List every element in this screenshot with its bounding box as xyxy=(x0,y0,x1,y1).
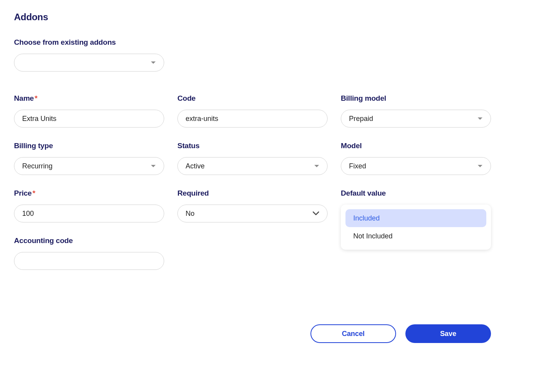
code-input[interactable] xyxy=(177,110,328,128)
default-value-label: Default value xyxy=(341,189,491,198)
required-value: No xyxy=(186,210,312,218)
billing-type-select[interactable]: Recurring xyxy=(14,157,164,175)
model-label: Model xyxy=(341,142,491,150)
existing-addons-label: Choose from existing addons xyxy=(14,38,533,47)
save-button[interactable]: Save xyxy=(405,324,491,343)
billing-type-label: Billing type xyxy=(14,142,164,150)
required-star-icon: * xyxy=(32,189,35,197)
chevron-down-icon xyxy=(314,164,319,168)
billing-model-select[interactable]: Prepaid xyxy=(341,110,491,128)
model-select[interactable]: Fixed xyxy=(341,157,491,175)
default-value-option-included[interactable]: Included xyxy=(345,209,486,227)
billing-model-value: Prepaid xyxy=(349,115,477,123)
chevron-down-icon xyxy=(312,211,319,216)
required-label: Required xyxy=(177,189,328,198)
name-input[interactable] xyxy=(14,110,164,128)
status-select[interactable]: Active xyxy=(177,157,328,175)
status-label: Status xyxy=(177,142,328,150)
status-value: Active xyxy=(186,162,314,170)
cancel-button[interactable]: Cancel xyxy=(310,324,396,343)
accounting-code-input[interactable] xyxy=(14,252,164,270)
chevron-down-icon xyxy=(477,117,483,121)
billing-model-label: Billing model xyxy=(341,94,491,103)
existing-addons-select[interactable] xyxy=(14,54,164,72)
price-input[interactable] xyxy=(14,205,164,222)
name-label: Name* xyxy=(14,94,164,103)
billing-type-value: Recurring xyxy=(22,162,151,170)
chevron-down-icon xyxy=(151,61,156,65)
price-label: Price* xyxy=(14,189,164,198)
required-star-icon: * xyxy=(35,94,37,102)
required-select[interactable]: No xyxy=(177,205,328,222)
page-title: Addons xyxy=(14,12,533,23)
chevron-down-icon xyxy=(151,164,156,168)
default-value-option-not-included[interactable]: Not Included xyxy=(345,227,486,245)
code-label: Code xyxy=(177,94,328,103)
model-value: Fixed xyxy=(349,162,477,170)
chevron-down-icon xyxy=(477,164,483,168)
accounting-code-label: Accounting code xyxy=(14,236,164,245)
default-value-dropdown: Included Not Included xyxy=(341,205,491,250)
